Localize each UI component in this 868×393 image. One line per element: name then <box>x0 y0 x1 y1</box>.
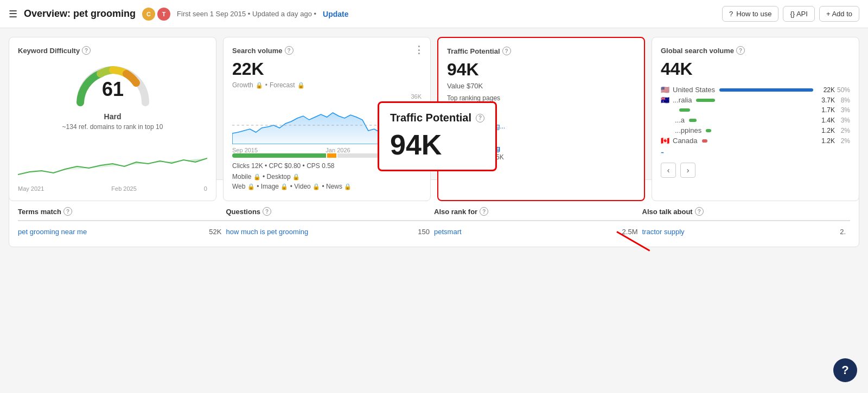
ki-link-questions-0[interactable]: how much is pet grooming <box>226 228 309 236</box>
gsv-bar-container-3 <box>689 119 813 122</box>
kd-sparkline-container: May 2021 Feb 2025 0 <box>18 135 207 192</box>
gsv-bar-container-2 <box>679 108 813 112</box>
gsv-num-2: 1.7K <box>818 106 835 114</box>
gsv-bar-5 <box>702 139 707 143</box>
gsv-bar-container-5 <box>702 139 813 143</box>
sv-card-menu[interactable]: ⋮ <box>414 44 424 56</box>
sv-mobile-desktop: Mobile 🔒 • Desktop 🔒 <box>232 173 422 181</box>
tp-sub: Value $70K <box>447 82 635 90</box>
tooltip-value: 94K <box>390 128 484 161</box>
gauge-chart: 61 <box>72 59 154 108</box>
ki-questions-help-icon[interactable]: ? <box>263 207 271 216</box>
gsv-country-row-1: 🇦🇺 ...ralia 3.7K 8% <box>661 96 850 104</box>
gsv-country-name-0: 🇺🇸 United States <box>661 86 715 94</box>
update-link[interactable]: Update <box>323 10 348 18</box>
ki-item-also-talk-0: tractor supply 2. <box>642 226 851 238</box>
gsv-nav: ‹ › <box>661 163 850 178</box>
ki-col-terms: Terms match ? pet grooming near me 52K <box>18 207 226 238</box>
ki-count-questions-0: 150 <box>418 228 430 236</box>
ki-col-header-terms: Terms match ? <box>18 207 226 221</box>
pb-green <box>232 153 326 158</box>
ki-col-header-also-talk: Also talk about ? <box>642 207 851 221</box>
gsv-pct-2: 3% <box>835 106 850 114</box>
gsv-prev-button[interactable]: ‹ <box>661 163 676 178</box>
header: ☰ Overview: pet grooming C T First seen … <box>0 0 868 28</box>
pb-orange <box>327 153 336 158</box>
menu-icon[interactable]: ☰ <box>9 8 17 20</box>
svg-text:61: 61 <box>101 78 123 100</box>
tp-top-rank-label: Top ranking pages <box>447 94 635 102</box>
ki-link-also-talk-0[interactable]: tractor supply <box>642 228 685 236</box>
tooltip-title: Traffic Potential ? <box>390 112 484 124</box>
add-to-button[interactable]: + Add to <box>819 6 859 22</box>
kd-card-title: Keyword Difficulty ? <box>18 46 207 55</box>
kd-help-icon[interactable]: ? <box>82 46 91 55</box>
avatar-t: T <box>157 8 170 21</box>
ki-terms-help-icon[interactable]: ? <box>63 207 72 216</box>
header-right: ? How to use {} API + Add to <box>722 6 859 22</box>
global-search-volume-card: Global search volume ? 44K 🇺🇸 United Sta… <box>652 37 859 201</box>
sv-forecast: Forecast <box>270 81 295 89</box>
gsv-bar-4 <box>706 129 711 132</box>
main-content: Keyword Difficulty ? 61 <box>0 28 868 256</box>
how-to-use-button[interactable]: ? How to use <box>722 6 778 22</box>
ki-item-terms-0: pet grooming near me 52K <box>18 226 226 238</box>
gsv-pct-1: 8% <box>835 96 850 104</box>
ki-link-also-rank-0[interactable]: petsmart <box>434 228 462 236</box>
sv-news-lock: 🔒 <box>344 183 352 190</box>
sv-chart-max: 36K <box>232 93 422 100</box>
ki-also-rank-help-icon[interactable]: ? <box>480 207 488 216</box>
ki-col-header-questions: Questions ? <box>226 207 435 221</box>
sv-video-lock: 🔒 <box>312 183 320 190</box>
ki-also-talk-help-icon[interactable]: ? <box>695 207 704 216</box>
gsv-pct-5: 2% <box>835 137 850 145</box>
gsv-bar-1 <box>696 99 714 102</box>
sv-date-end: Jan 2026 <box>326 147 350 153</box>
gsv-next-button[interactable]: › <box>680 163 695 178</box>
avatar-c: C <box>142 8 155 21</box>
ki-item-questions-0: how much is pet grooming 150 <box>226 226 435 238</box>
gsv-bar-container-0 <box>719 88 813 92</box>
gsv-bar-3 <box>689 119 697 122</box>
ki-count-terms-0: 52K <box>209 228 221 236</box>
sv-growth-lock: 🔒 <box>256 82 263 89</box>
gsv-country-name-1: 🇦🇺 ...ralia <box>661 96 692 104</box>
gsv-country-row-3: ...a 1.4K 3% <box>661 116 850 124</box>
sv-desktop-lock: 🔒 <box>292 173 300 180</box>
gsv-card-title: Global search volume ? <box>661 46 850 55</box>
kd-sparkline <box>18 139 207 183</box>
gsv-num-3: 1.4K <box>818 117 835 124</box>
api-button[interactable]: {} API <box>783 6 815 22</box>
ki-item-also-rank-0: petsmart 2.5M <box>434 226 642 238</box>
gsv-bar-2 <box>679 108 690 112</box>
tooltip-help-icon[interactable]: ? <box>476 114 484 123</box>
gsv-pct-3: 3% <box>835 117 850 124</box>
tp-value: 94K <box>447 60 635 80</box>
kd-label: Hard <box>18 112 207 121</box>
gsv-num-4: 1.2K <box>818 127 835 134</box>
gsv-country-row-4: ...ppines 1.2K 2% <box>661 126 850 134</box>
tp-card-title: Traffic Potential ? <box>447 47 635 55</box>
au-flag-icon: 🇦🇺 <box>661 96 669 104</box>
kd-val-end: 0 <box>204 185 207 192</box>
gsv-help-icon[interactable]: ? <box>736 46 745 55</box>
gsv-num-1: 3.7K <box>818 96 835 104</box>
us-flag-icon: 🇺🇸 <box>661 86 669 94</box>
sv-growth: Growth <box>232 81 253 89</box>
gsv-country-name-4: ...ppines <box>661 126 701 134</box>
sv-help-icon[interactable]: ? <box>285 46 293 55</box>
header-left: ☰ Overview: pet grooming C T First seen … <box>9 8 722 21</box>
gsv-countries-list: 🇺🇸 United States 22K 50% 🇦🇺 ...ralia <box>661 86 850 158</box>
ki-cols: Terms match ? pet grooming near me 52K Q… <box>18 207 850 238</box>
sv-forecast-lock: 🔒 <box>297 82 305 89</box>
sv-date-start: Sep 2015 <box>232 147 258 153</box>
tp-help-icon[interactable]: ? <box>502 47 511 55</box>
gsv-bar-container-1 <box>696 99 813 102</box>
gsv-bar-container-4 <box>706 129 813 132</box>
kd-date-start: May 2021 <box>18 185 44 192</box>
ki-link-terms-0[interactable]: pet grooming near me <box>18 228 87 236</box>
sv-web-row: Web 🔒 • Image 🔒 • Video 🔒 • News 🔒 <box>232 183 422 190</box>
sv-mobile-lock: 🔒 <box>253 173 261 180</box>
page-title: Overview: pet grooming <box>24 8 136 20</box>
gsv-num-0: 22K <box>818 86 835 94</box>
